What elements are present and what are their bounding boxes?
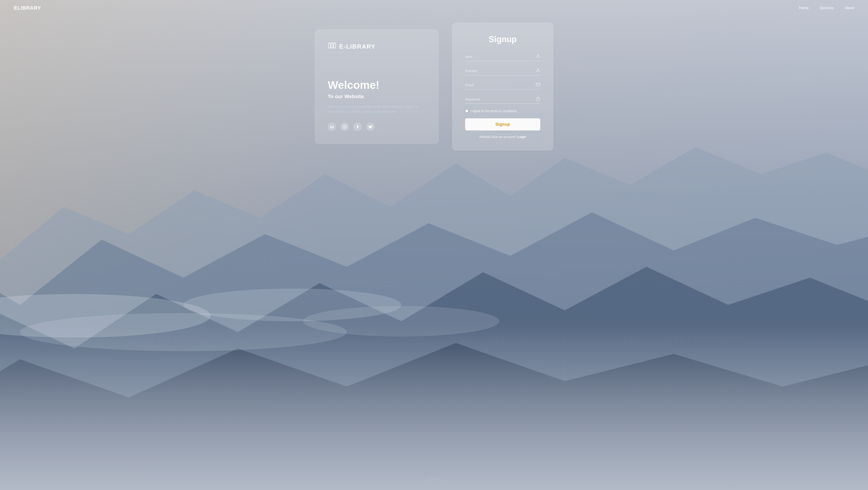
person-icon-nom [536, 54, 540, 60]
signup-button[interactable]: Signup [465, 118, 540, 130]
lock-icon [536, 97, 540, 102]
svg-rect-10 [331, 42, 333, 43]
watermark-url: mostaql.com [421, 481, 447, 485]
password-field-group [465, 95, 540, 104]
brand-name: E-LIBRARY [339, 43, 376, 50]
signup-card: Signup [452, 23, 553, 150]
email-icon [536, 83, 540, 88]
svg-rect-8 [329, 42, 331, 43]
login-prompt: Already have an account? [479, 135, 517, 139]
facebook-icon[interactable] [353, 123, 362, 131]
nav-links: Home Services About [799, 6, 854, 10]
email-field-group [465, 81, 540, 90]
watermark-arabic: مستقل [421, 476, 447, 481]
welcome-heading: Welcome! [328, 79, 426, 91]
svg-rect-15 [343, 125, 346, 128]
instagram-icon[interactable] [341, 123, 349, 131]
svg-point-3 [0, 294, 211, 337]
watermark: مستقل mostaql.com [421, 476, 447, 485]
login-link[interactable]: Login [517, 135, 526, 139]
svg-point-17 [537, 55, 539, 56]
svg-point-14 [330, 125, 331, 126]
svg-rect-7 [329, 43, 331, 48]
nav-link-home[interactable]: Home [799, 6, 809, 10]
terms-checkbox[interactable] [465, 109, 468, 112]
svg-rect-12 [334, 42, 336, 43]
main-content: E-LIBRARY Welcome! To our Website. Disco… [0, 16, 868, 157]
welcome-desc: Discover boundless knowledge at our libr… [328, 104, 424, 115]
twitter-icon[interactable] [366, 123, 374, 131]
library-icon [328, 41, 336, 52]
nav-item-about[interactable]: About [845, 6, 854, 10]
nom-input[interactable] [465, 53, 540, 61]
nav-logo: ELIBRARY [14, 5, 41, 11]
prenom-input[interactable] [465, 67, 540, 75]
nav-item-home[interactable]: Home [799, 6, 809, 10]
svg-point-4 [183, 289, 401, 321]
nav-link-services[interactable]: Services [820, 6, 834, 10]
brand-title: E-LIBRARY [328, 41, 426, 52]
password-input[interactable] [465, 95, 540, 104]
svg-point-18 [537, 69, 539, 70]
svg-rect-2 [0, 327, 868, 490]
svg-point-5 [20, 313, 347, 351]
signup-title: Signup [465, 35, 540, 44]
email-input[interactable] [465, 81, 540, 90]
navbar: ELIBRARY Home Services About [0, 0, 868, 16]
svg-rect-9 [331, 43, 333, 48]
svg-rect-11 [334, 43, 336, 48]
linkedin-icon[interactable] [328, 123, 336, 131]
nav-link-about[interactable]: About [845, 6, 854, 10]
svg-rect-13 [330, 126, 331, 128]
terms-label: I agree to the terms & conditions [471, 109, 517, 113]
left-card: E-LIBRARY Welcome! To our Website. Disco… [315, 30, 439, 144]
terms-row: I agree to the terms & conditions [465, 109, 540, 113]
person-icon-prenom [536, 68, 540, 74]
welcome-sub: To our Website. [328, 94, 426, 100]
nav-item-services[interactable]: Services [820, 6, 834, 10]
nom-field-group [465, 53, 540, 61]
prenom-field-group [465, 67, 540, 75]
login-link-row: Already have an account? Login [465, 135, 540, 139]
svg-point-6 [303, 306, 499, 336]
svg-rect-19 [536, 99, 540, 101]
social-icons [328, 123, 426, 131]
